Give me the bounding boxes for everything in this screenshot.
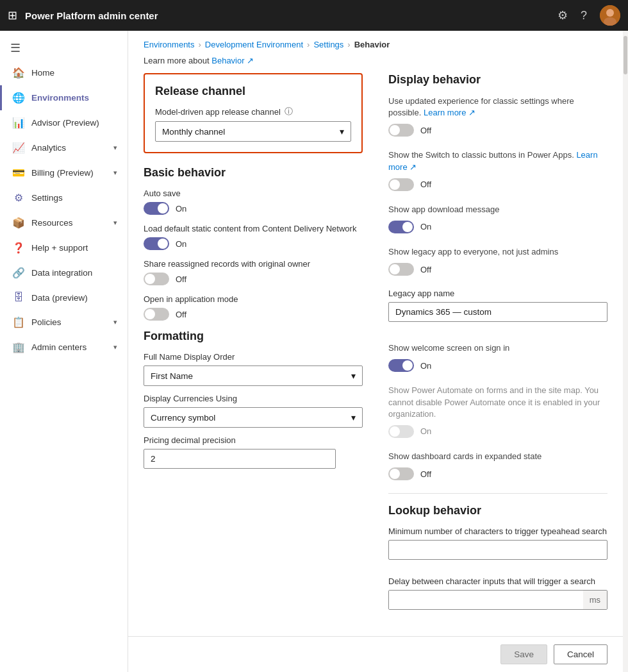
app-download-toggle[interactable]	[388, 221, 414, 233]
share-reassigned-toggle-row: Off	[144, 273, 363, 285]
environments-icon: 🌐	[12, 92, 25, 104]
two-col-layout: Release channel Model-driven app release…	[128, 73, 623, 636]
sidebar-item-analytics[interactable]: 📈 Analytics ▾	[0, 135, 128, 160]
breadcrumb-dev-env[interactable]: Development Environment	[205, 40, 303, 49]
welcome-screen-toggle[interactable]	[388, 359, 414, 372]
dashboard-cards-state: Off	[420, 469, 431, 479]
open-app-mode-state: Off	[176, 310, 186, 319]
typeahead-label: Minimum number of characters to trigger …	[388, 526, 607, 536]
topbar: ⊞ Power Platform admin center ⚙ ?	[0, 0, 628, 31]
home-icon: 🏠	[12, 67, 25, 79]
sidebar-item-data-preview[interactable]: 🗄 Data (preview)	[0, 285, 128, 310]
legacy-app-name-input[interactable]	[388, 302, 607, 322]
sidebar-item-data-integration[interactable]: 🔗 Data integration	[0, 260, 128, 285]
updated-experience-toggle[interactable]	[388, 124, 414, 137]
sidebar-item-help[interactable]: ❓ Help + support	[0, 235, 128, 260]
save-button[interactable]: Save	[500, 644, 547, 664]
scroll-thumb[interactable]	[624, 36, 627, 74]
delay-suffix: ms	[583, 591, 607, 609]
learn-more-prefix: Learn more about	[144, 56, 210, 65]
main-layout: ☰ 🏠 Home 🌐 Environments 📊 Advisor (Previ…	[0, 31, 628, 672]
divider	[388, 493, 607, 494]
full-name-order-value: First Name	[151, 371, 193, 381]
help-icon[interactable]: ?	[581, 9, 587, 22]
sidebar-item-label: Resources	[31, 218, 107, 228]
power-automate-note: Show Power Automate on forms and in the …	[388, 385, 607, 420]
dashboard-cards-section: Show dashboard cards in expanded state O…	[388, 451, 607, 480]
dashboard-cards-desc: Show dashboard cards in expanded state	[388, 451, 607, 462]
load-cdn-toggle[interactable]	[144, 237, 169, 250]
share-reassigned-state: Off	[176, 274, 186, 284]
bottom-bar: Save Cancel	[128, 636, 623, 672]
info-icon[interactable]: ⓘ	[285, 106, 293, 117]
auto-save-state: On	[176, 204, 186, 214]
delay-label: Delay between character inputs that will…	[388, 576, 607, 586]
full-name-order-dropdown[interactable]: First Name ▾	[144, 365, 363, 386]
learn-more-link[interactable]: Behavior ↗	[211, 56, 254, 65]
power-automate-section: Show Power Automate on forms and in the …	[388, 385, 607, 438]
chevron-down-icon: ▾	[113, 343, 117, 351]
auto-save-label: Auto save	[144, 189, 363, 198]
display-currencies-label: Display Currencies Using	[144, 394, 363, 403]
grid-icon[interactable]: ⊞	[8, 8, 17, 22]
dashboard-cards-toggle[interactable]	[388, 467, 414, 480]
breadcrumb-current: Behavior	[354, 40, 390, 49]
switch-classic-state: Off	[420, 180, 431, 189]
lookup-behavior-title: Lookup behavior	[388, 504, 607, 517]
switch-classic-desc: Show the Switch to classic buttons in Po…	[388, 149, 607, 172]
open-app-mode-toggle[interactable]	[144, 308, 169, 321]
sidebar-item-admin-centers[interactable]: 🏢 Admin centers ▾	[0, 335, 128, 360]
sidebar-item-label: Billing (Preview)	[31, 168, 107, 178]
pricing-decimal-input[interactable]	[144, 449, 336, 469]
breadcrumb-settings[interactable]: Settings	[313, 40, 343, 49]
sidebar-item-label: Data integration	[31, 268, 117, 278]
auto-save-toggle-row: On	[144, 202, 363, 215]
cancel-button[interactable]: Cancel	[554, 644, 607, 664]
sidebar-item-billing[interactable]: 💳 Billing (Preview) ▾	[0, 160, 128, 185]
data-preview-icon: 🗄	[12, 292, 25, 303]
welcome-screen-section: Show welcome screen on sign in On	[388, 342, 607, 372]
sidebar-item-resources[interactable]: 📦 Resources ▾	[0, 210, 128, 235]
breadcrumb-environments[interactable]: Environments	[144, 40, 194, 49]
sidebar-item-policies[interactable]: 📋 Policies ▾	[0, 310, 128, 335]
release-channel-field-label: Model-driven app release channel ⓘ	[155, 106, 351, 117]
auto-save-toggle[interactable]	[144, 202, 169, 215]
analytics-icon: 📈	[12, 142, 25, 154]
avatar[interactable]	[600, 5, 620, 26]
sidebar-item-environments[interactable]: 🌐 Environments	[0, 85, 128, 110]
release-channel-dropdown[interactable]: Monthly channel ▾	[155, 121, 351, 142]
content-area: Environments › Development Environment ›…	[128, 31, 623, 672]
breadcrumb-sep: ›	[198, 40, 201, 49]
sidebar-item-label: Admin centers	[31, 342, 107, 352]
display-behavior-title: Display behavior	[388, 73, 607, 87]
sidebar-item-label: Advisor (Preview)	[31, 118, 117, 128]
app-download-desc: Show app download message	[388, 204, 607, 215]
updated-experience-learn-more[interactable]: Learn more ↗	[424, 108, 475, 117]
sidebar-item-settings[interactable]: ⚙ Settings	[0, 185, 128, 210]
scroll-indicator	[623, 31, 628, 672]
gear-icon[interactable]: ⚙	[558, 8, 568, 22]
basic-behavior-title: Basic behavior	[144, 166, 363, 180]
sidebar-item-label: Policies	[31, 317, 107, 327]
legacy-app-everyone-toggle-row: Off	[388, 263, 607, 276]
switch-classic-toggle[interactable]	[388, 178, 414, 191]
power-automate-state: On	[420, 426, 431, 436]
advisor-icon: 📊	[12, 117, 25, 129]
legacy-app-name-section: Legacy app name	[388, 289, 607, 330]
share-reassigned-toggle[interactable]	[144, 273, 169, 285]
sidebar-item-label: Home	[31, 68, 117, 78]
formatting-title: Formatting	[144, 330, 363, 343]
updated-experience-section: Use updated experience for classic setti…	[388, 96, 607, 137]
typeahead-input[interactable]	[388, 540, 607, 560]
learn-more-bar: Learn more about Behavior ↗	[128, 53, 623, 73]
display-currencies-dropdown[interactable]: Currency symbol ▾	[144, 407, 363, 428]
sidebar-item-home[interactable]: 🏠 Home	[0, 60, 128, 85]
release-channel-title: Release channel	[155, 85, 351, 98]
sidebar-item-label: Data (preview)	[31, 293, 117, 303]
resources-icon: 📦	[12, 217, 25, 229]
sidebar-item-label: Environments	[31, 93, 117, 103]
sidebar-collapse-button[interactable]: ☰	[0, 36, 128, 60]
delay-input[interactable]	[389, 591, 583, 609]
legacy-app-everyone-toggle[interactable]	[388, 263, 414, 276]
sidebar-item-advisor[interactable]: 📊 Advisor (Preview)	[0, 110, 128, 135]
